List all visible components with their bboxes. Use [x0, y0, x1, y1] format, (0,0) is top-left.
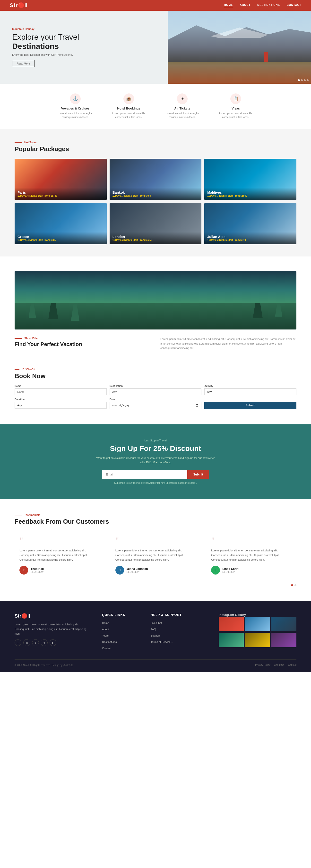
hero-title: Explore your Travel Destinations [12, 32, 156, 51]
newsletter-email-input[interactable] [102, 470, 187, 479]
newsletter-section: Last Stop to Travel Sign Up For 25% Disc… [0, 424, 311, 499]
visas-title: Visas [216, 106, 255, 110]
footer-privacy[interactable]: Privacy Policy [255, 663, 270, 667]
gallery-thumb-2[interactable] [245, 617, 270, 631]
testimonials-section: Testimonials Feedback From Our Customers… [0, 499, 311, 601]
youtube-icon[interactable]: ▶ [49, 639, 56, 646]
quick-links-list: Home About Tours Destinations Contact [102, 621, 141, 650]
quote-mark-1: " [20, 536, 100, 546]
voyages-title: Voyages & Cruises [56, 106, 95, 110]
date-input[interactable] [110, 402, 202, 409]
name-label: Name [14, 385, 107, 388]
package-julian-alps[interactable]: Julian Alps 10Days, 3 Nights Start From … [204, 203, 297, 244]
facebook-icon[interactable]: f [14, 639, 22, 646]
nav-contact[interactable]: Contact [287, 3, 301, 7]
footer-link-about[interactable]: About [102, 628, 109, 631]
newsletter-tag: Last Stop to Travel [14, 439, 297, 442]
avatar-1: T [20, 566, 28, 575]
footer-link-home[interactable]: Home [102, 621, 109, 624]
footer-logo: Str🔴ll [14, 613, 92, 619]
footer-quick-links: Quick Links Home About Tours Destination… [102, 613, 141, 652]
author-name-2: Jenna Johnson [127, 567, 148, 571]
navbar: Str🔴ll Home About Destinations Contact [0, 0, 311, 11]
hotel-icon: 🏨 [124, 93, 134, 104]
testimonial-dots [14, 584, 297, 586]
package-bangkok[interactable]: Bankok 10Days, 3 Nights Start From $450 [110, 159, 202, 200]
voyages-icon: ⚓ [70, 93, 81, 104]
footer-link-tours[interactable]: Tours [102, 634, 109, 637]
gallery-thumb-6[interactable] [271, 633, 297, 647]
quote-mark-3: " [211, 536, 291, 546]
visas-icon: 📋 [230, 93, 241, 104]
activity-label: Activity [204, 385, 297, 388]
duration-select[interactable]: Any [14, 402, 107, 409]
booking-section: 10-30% Off Book Now Name Destination Any… [0, 368, 311, 424]
gallery-thumb-3[interactable] [271, 617, 297, 631]
date-label: Date [110, 398, 202, 401]
newsletter-note: Subscribe to our free weekly newsletter … [14, 482, 297, 484]
footer-gallery-col: Instagram Gallery [219, 613, 297, 652]
name-group: Name [14, 385, 107, 395]
avatar-3: L [211, 566, 220, 575]
nav-home[interactable]: Home [224, 3, 233, 7]
footer-desc: Lorem ipsum dolor sit amet consectetur a… [14, 622, 92, 636]
gallery-thumb-1[interactable] [219, 617, 244, 631]
footer-link-contact[interactable]: Contact [102, 647, 111, 650]
quote-mark-2: " [115, 536, 196, 546]
footer-help-support[interactable]: Support [151, 634, 160, 637]
instagram-icon[interactable]: in [23, 639, 30, 646]
destination-select[interactable]: Any [110, 389, 202, 395]
google-icon[interactable]: g [41, 639, 47, 646]
read-more-button[interactable]: Read More [12, 60, 35, 67]
gallery-title: Instagram Gallery [219, 613, 297, 617]
nav-about[interactable]: About [240, 3, 250, 7]
packages-tag: Hot Tours [14, 141, 297, 144]
quick-links-title: Quick Links [102, 613, 141, 617]
air-desc: Lorem ipsum dolor sit amet,Ea consequunt… [163, 112, 202, 119]
nav-destinations[interactable]: Destinations [257, 3, 280, 7]
video-tag: Short Video [14, 337, 151, 340]
video-container: ▶ [14, 271, 297, 330]
form-row-2: Duration Any Date Submit Submit [14, 398, 297, 409]
service-voyages: ⚓ Voyages & Cruises Lorem ipsum dolor si… [56, 93, 95, 119]
testimonial-text-2: Lorem ipsum dolor sit amet, consectetuer… [115, 548, 196, 562]
footer-bottom-links: Privacy Policy About Us Contact [255, 663, 297, 667]
package-paris[interactable]: Paris 10Days, 4 Nights Start From $6750 [14, 159, 107, 200]
testimonial-author-1: T Theo Hall SEO Expert [20, 566, 100, 575]
package-london[interactable]: London 10Days, 3 Nights Start From $3350 [110, 203, 202, 244]
service-hotel: 🏨 Hotel Bookings Lorem ipsum dolor sit a… [109, 93, 148, 119]
name-input[interactable] [14, 389, 107, 395]
gallery-thumb-4[interactable] [219, 633, 244, 647]
submit-button[interactable]: Submit [204, 402, 297, 409]
gallery-thumb-5[interactable] [245, 633, 270, 647]
twitter-icon[interactable]: t [32, 639, 39, 646]
footer-help-faq[interactable]: FAQ [151, 628, 156, 631]
voyages-desc: Lorem ipsum dolor sit amet,Ea consequunt… [56, 112, 95, 119]
footer-about: Str🔴ll Lorem ipsum dolor sit amet consec… [14, 613, 92, 652]
testimonial-author-2: J Jenna Johnson SEO Expert [115, 566, 196, 575]
footer-contact[interactable]: Contact [288, 663, 297, 667]
newsletter-submit-button[interactable]: Submit [187, 470, 209, 479]
discount-tag: 10-30% Off [14, 368, 297, 371]
footer-help-terms[interactable]: Terms of Service... [151, 641, 173, 643]
package-maldives[interactable]: Maldives 10Days, 3 Nights Start From $55… [204, 159, 297, 200]
footer-gallery [219, 617, 297, 647]
newsletter-form: Submit [102, 470, 209, 479]
duration-group: Duration Any [14, 398, 107, 409]
nav-logo[interactable]: Str🔴ll [10, 2, 28, 8]
newsletter-desc: Want to get an exclusive discount for yo… [95, 456, 216, 465]
footer-help-chat[interactable]: Live Chat [151, 621, 162, 624]
testimonial-text-1: Lorem ipsum dolor sit amet, consectetuer… [20, 548, 100, 562]
author-name-3: Linda Carini [222, 567, 239, 571]
date-group: Date [110, 398, 202, 409]
nav-links: Home About Destinations Contact [224, 3, 301, 7]
footer-aboutus[interactable]: About Us [274, 663, 284, 667]
hero-dots [298, 79, 309, 81]
testimonials-grid: " Lorem ipsum dolor sit amet, consectetu… [14, 531, 297, 579]
hero-subtitle: Enjoy the Best Destinations with Our Tra… [12, 53, 156, 56]
video-section: ▶ Short Video Find Your Perfect Vacation… [0, 256, 311, 368]
package-greece[interactable]: Greece 10Days, 4 Nights Start From $985 [14, 203, 107, 244]
visas-desc: Lorem ipsum dolor sit amet,Ea consequunt… [216, 112, 255, 119]
footer-link-destinations[interactable]: Destinations [102, 641, 117, 643]
activity-select[interactable]: Any [204, 389, 297, 395]
